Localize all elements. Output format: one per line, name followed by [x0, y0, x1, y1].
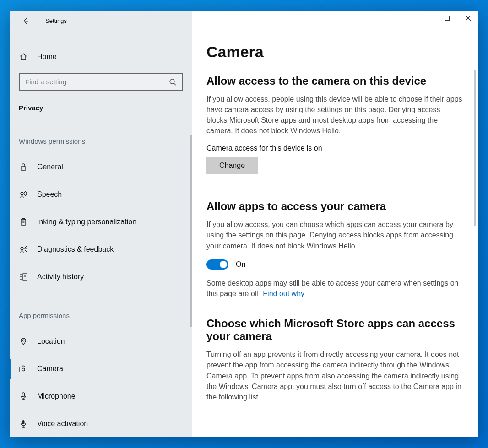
apps-access-toggle-row: On: [206, 259, 465, 270]
page-title: Camera: [206, 43, 465, 61]
sidebar-item-label: Inking & typing personalization: [37, 218, 136, 226]
nav-list: General Speech Inking & typing personali…: [10, 153, 192, 291]
sidebar-item-voice-activation[interactable]: Voice activation: [10, 410, 192, 437]
find-out-why-link[interactable]: Find out why: [263, 290, 304, 297]
sidebar-item-label: Voice activation: [37, 420, 88, 428]
section-title-store-apps: Choose which Microsoft Store apps can ac…: [206, 317, 465, 343]
sidebar-item-label: Diagnostics & feedback: [37, 245, 114, 254]
section-title-device-access: Allow access to the camera on this devic…: [206, 75, 465, 87]
toggle-label: On: [236, 260, 245, 269]
sidebar-item-label: Location: [37, 337, 65, 345]
sidebar: Settings Home Privacy Windows permission…: [10, 11, 192, 437]
voice-icon: [19, 419, 28, 428]
sidebar-item-microphone[interactable]: Microphone: [10, 383, 192, 410]
sidebar-item-home[interactable]: Home: [10, 46, 192, 68]
svg-rect-21: [20, 367, 27, 372]
search-input[interactable]: [25, 78, 169, 86]
svg-point-5: [170, 79, 174, 84]
close-button[interactable]: [457, 11, 478, 26]
svg-point-8: [21, 192, 23, 195]
svg-line-6: [174, 83, 176, 85]
sidebar-item-label: Camera: [37, 365, 63, 373]
settings-window: Settings Home Privacy Windows permission…: [10, 11, 478, 437]
svg-point-13: [21, 247, 23, 250]
svg-point-22: [22, 368, 25, 371]
note-text: Some desktop apps may still be able to a…: [206, 279, 459, 297]
titlebar-controls: [415, 11, 478, 26]
speech-icon: [19, 190, 28, 199]
group-header-windows-permissions: Windows permissions: [19, 137, 192, 145]
location-icon: [19, 337, 28, 345]
svg-rect-24: [22, 420, 25, 424]
content-pane: Camera Allow access to the camera on thi…: [192, 11, 478, 437]
group-header-app-permissions: App permissions: [19, 312, 192, 319]
sidebar-item-label: Activity history: [37, 273, 84, 281]
microphone-icon: [19, 392, 28, 401]
sidebar-item-label: Home: [37, 53, 57, 61]
app-title: Settings: [45, 17, 67, 24]
svg-rect-1: [445, 16, 449, 21]
sidebar-item-location[interactable]: Location: [10, 328, 192, 355]
sidebar-item-label: General: [37, 163, 63, 171]
sidebar-item-general[interactable]: General: [10, 153, 192, 181]
svg-rect-7: [21, 167, 26, 170]
change-button[interactable]: Change: [206, 157, 258, 174]
nav-list: Location Camera Microphone Voice activat…: [10, 328, 192, 437]
sidebar-item-activity-history[interactable]: Activity history: [10, 263, 192, 291]
svg-rect-23: [22, 393, 25, 397]
sidebar-item-label: Microphone: [37, 392, 76, 400]
section-body: Turning off an app prevents it from dire…: [206, 349, 463, 402]
content-scrollbar[interactable]: [474, 70, 476, 226]
section-body: If you allow access, you can choose whic…: [206, 219, 463, 251]
current-section-label: Privacy: [19, 104, 192, 112]
search-box[interactable]: [19, 73, 183, 91]
home-icon: [19, 52, 28, 61]
sidebar-item-camera[interactable]: Camera: [10, 355, 192, 383]
search-wrap: [19, 73, 183, 91]
sidebar-item-speech[interactable]: Speech: [10, 181, 192, 208]
section-body: If you allow access, people using this d…: [206, 94, 463, 136]
activity-icon: [19, 273, 28, 281]
back-button[interactable]: [19, 14, 33, 28]
minimize-button[interactable]: [415, 11, 436, 26]
lock-icon: [19, 163, 28, 171]
sidebar-item-inking-typing[interactable]: Inking & typing personalization: [10, 208, 192, 236]
clipboard-icon: [19, 218, 28, 226]
sidebar-item-diagnostics[interactable]: Diagnostics & feedback: [10, 236, 192, 263]
camera-icon: [19, 365, 28, 373]
desktop-apps-note: Some desktop apps may still be able to a…: [206, 278, 463, 299]
sidebar-item-label: Speech: [37, 190, 62, 199]
search-icon: [169, 78, 176, 86]
maximize-button[interactable]: [436, 11, 457, 26]
apps-access-toggle[interactable]: [206, 259, 228, 270]
diagnostics-icon: [19, 245, 28, 254]
device-access-status: Camera access for this device is on: [206, 144, 465, 152]
section-title-apps-access: Allow apps to access your camera: [206, 200, 465, 213]
svg-point-20: [22, 340, 24, 341]
titlebar-left: Settings: [10, 11, 192, 32]
